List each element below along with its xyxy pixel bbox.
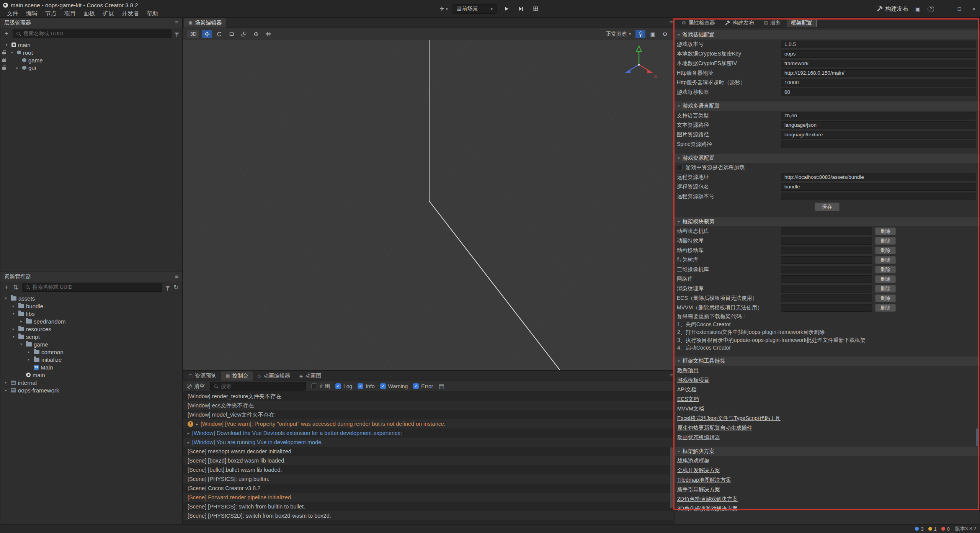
- maximize-button[interactable]: □: [956, 6, 963, 12]
- filter-warning[interactable]: ✓Warning: [380, 383, 408, 389]
- delete-module-button[interactable]: 删除: [875, 247, 896, 254]
- property-input[interactable]: [781, 227, 872, 235]
- property-input[interactable]: [781, 304, 872, 312]
- log-row[interactable]: [Scene] Cocos Creator v3.8.2: [183, 484, 674, 493]
- expand-arrow-icon[interactable]: ▸: [188, 440, 189, 445]
- property-input[interactable]: [781, 60, 976, 67]
- property-input[interactable]: [781, 237, 872, 245]
- expand-arrow-icon[interactable]: ▾: [11, 51, 17, 54]
- expand-arrow-icon[interactable]: ▾: [6, 43, 11, 47]
- section-header[interactable]: ▾游戏基础配置: [675, 30, 980, 39]
- property-input[interactable]: [781, 141, 976, 148]
- expand-arrow-icon[interactable]: ▸: [196, 422, 198, 426]
- property-input[interactable]: [781, 193, 976, 200]
- tab-assets-preview[interactable]: ▢资源预览: [184, 371, 221, 381]
- tab-service[interactable]: ⊞服务: [760, 19, 785, 27]
- pivot-tool-button[interactable]: [251, 30, 261, 38]
- mode-3d-button[interactable]: 3D: [187, 30, 200, 38]
- log-row[interactable]: [Scene] [box2d]:box2d wasm lib loaded.: [183, 456, 674, 465]
- hierarchy-node[interactable]: ▾main: [0, 41, 182, 49]
- doc-link[interactable]: API文档: [677, 385, 697, 394]
- delete-module-button[interactable]: 删除: [875, 266, 896, 273]
- scrollbar-thumb[interactable]: [670, 447, 673, 508]
- log-row[interactable]: [Scene] meshopt wasm decoder initialized: [183, 447, 674, 456]
- property-input[interactable]: [781, 247, 872, 254]
- doc-link[interactable]: Excel格式转Json文件与TypeScript代码工具: [677, 414, 781, 423]
- delete-module-button[interactable]: 删除: [875, 294, 896, 302]
- asset-node[interactable]: ▸resources: [0, 325, 182, 333]
- tab-animation-editor[interactable]: ◇动画编辑器: [253, 371, 295, 381]
- log-row[interactable]: ▸[Window] Download the Vue Devtools exte…: [183, 428, 674, 438]
- tab-build[interactable]: 构建发布: [721, 19, 758, 27]
- doc-link[interactable]: 2D角色扮演游戏解决方案: [677, 494, 738, 504]
- preview-platform-button[interactable]: ✈ ▾: [439, 5, 448, 12]
- scene-settings-button[interactable]: ⚙: [660, 30, 670, 38]
- hierarchy-node[interactable]: game: [0, 56, 182, 64]
- scrollbar-thumb[interactable]: [976, 428, 979, 446]
- scene-selector[interactable]: 当前场景 ▾: [452, 4, 497, 14]
- delete-module-button[interactable]: 删除: [875, 275, 896, 283]
- tab-scene-editor[interactable]: ▣ 场景编辑器: [184, 18, 226, 28]
- panel-menu-icon[interactable]: ≡: [175, 273, 178, 280]
- lighting-toggle-button[interactable]: [635, 30, 645, 38]
- doc-link[interactable]: MVVM文档: [677, 404, 704, 414]
- delete-module-button[interactable]: 删除: [875, 227, 896, 235]
- doc-link[interactable]: 动画状态机编辑器: [677, 433, 720, 442]
- menu-item[interactable]: 节点: [41, 10, 60, 17]
- tab-console[interactable]: ▤控制台: [221, 371, 253, 381]
- expand-arrow-icon[interactable]: ▸: [13, 327, 18, 331]
- panel-menu-icon[interactable]: ≡: [670, 373, 673, 379]
- console-search-input[interactable]: 搜索: [210, 382, 306, 391]
- status-count-info[interactable]: 3: [915, 526, 923, 532]
- doc-link[interactable]: 全栈开发解决方案: [677, 466, 720, 475]
- status-count-error[interactable]: 0: [941, 526, 950, 532]
- property-input[interactable]: [781, 79, 976, 87]
- property-input[interactable]: [781, 50, 976, 58]
- tab-inspector[interactable]: ⚙属性检查器: [678, 19, 719, 27]
- asset-node[interactable]: ▸common: [0, 348, 182, 356]
- build-publish-button[interactable]: 构建发布: [877, 5, 908, 13]
- log-row[interactable]: !▸[Window] [Vue warn]: Property "onInput…: [183, 419, 674, 428]
- move-tool-button[interactable]: [202, 30, 212, 38]
- filter-error[interactable]: ✓Error: [413, 383, 433, 389]
- property-input[interactable]: [781, 285, 872, 293]
- menu-item[interactable]: 帮助: [143, 10, 162, 17]
- asset-node[interactable]: ▸bundle: [0, 302, 182, 310]
- play-button[interactable]: [501, 4, 511, 14]
- close-button[interactable]: ×: [970, 6, 978, 12]
- rotate-tool-button[interactable]: [214, 30, 224, 38]
- hierarchy-node[interactable]: ▸gui: [0, 64, 182, 72]
- regex-checkbox[interactable]: 正则: [311, 383, 330, 390]
- expand-arrow-icon[interactable]: ▾: [13, 335, 18, 338]
- doc-link[interactable]: 原生包热更新配置自动生成插件: [677, 423, 752, 433]
- asset-node[interactable]: ▸initialize: [0, 356, 182, 363]
- expand-arrow-icon[interactable]: ▸: [188, 431, 189, 435]
- hierarchy-search-input[interactable]: 搜索名称或 UUID: [13, 29, 172, 38]
- filter-info[interactable]: ✓Info: [358, 383, 374, 389]
- step-button[interactable]: [516, 4, 526, 14]
- property-input[interactable]: [781, 131, 976, 139]
- delete-module-button[interactable]: 删除: [875, 256, 896, 264]
- create-node-button[interactable]: +: [3, 30, 10, 37]
- expand-arrow-icon[interactable]: ▸: [5, 388, 11, 392]
- expand-arrow-icon[interactable]: ▸: [5, 381, 11, 384]
- asset-node[interactable]: ▸oops-framework: [0, 386, 182, 394]
- log-row[interactable]: [Window] model_view文件夹不存在: [183, 410, 674, 419]
- expand-arrow-icon[interactable]: ▾: [5, 296, 11, 300]
- clear-console-button[interactable]: 清空: [187, 383, 205, 390]
- status-count-warning[interactable]: 1: [928, 526, 937, 532]
- property-input[interactable]: [781, 256, 872, 264]
- help-icon[interactable]: ?: [928, 6, 934, 12]
- asset-node[interactable]: ▾script: [0, 333, 182, 340]
- minimize-button[interactable]: ─: [941, 6, 949, 12]
- sort-icon[interactable]: ⇅: [13, 284, 19, 291]
- asset-node[interactable]: TSMain: [0, 363, 182, 371]
- property-input[interactable]: [781, 275, 872, 283]
- expand-arrow-icon[interactable]: ▾: [20, 342, 26, 346]
- asset-node[interactable]: ▸seedrandom: [0, 317, 182, 325]
- property-input[interactable]: [781, 88, 976, 96]
- menu-item[interactable]: 扩展: [99, 10, 118, 17]
- delete-module-button[interactable]: 删除: [875, 285, 896, 293]
- log-row[interactable]: [Scene] Forward render pipeline initiali…: [183, 493, 674, 502]
- log-row[interactable]: ▸[Window] You are running Vue in develop…: [183, 438, 674, 447]
